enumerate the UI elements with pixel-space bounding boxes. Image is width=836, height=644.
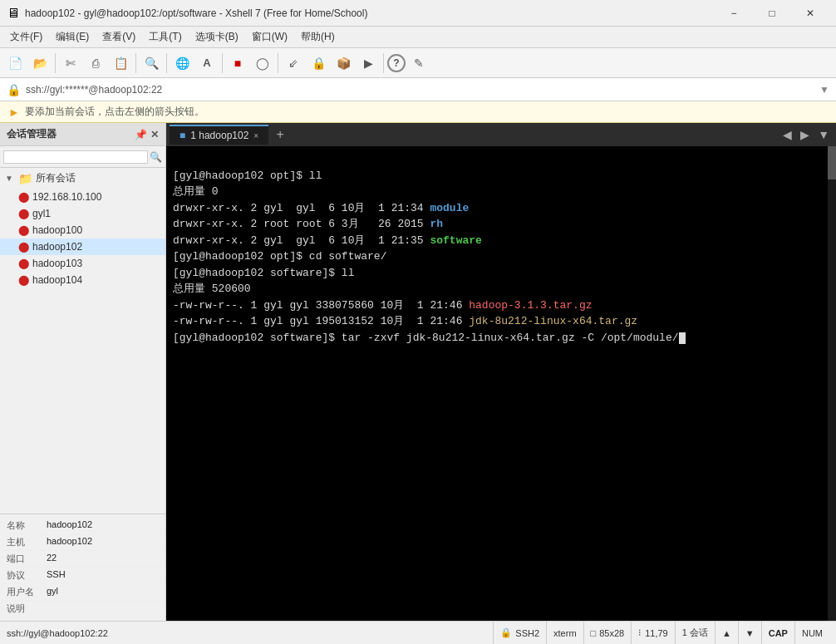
- ls-perm-rh: drwxr-xr-x. 2 root root 6 3月 26 2015: [173, 218, 430, 230]
- new-tab-button[interactable]: +: [270, 125, 290, 145]
- conn-icon: ⬤: [18, 191, 29, 203]
- info-val-username: gyl: [47, 586, 58, 598]
- pos-label: 11,79: [645, 628, 668, 638]
- status-cap: CAP: [761, 622, 794, 645]
- terminal-content: [gyl@hadoop102 opt]$ ll 总用量 0 drwxr-xr-x…: [166, 146, 836, 367]
- menu-item-选项卡b[interactable]: 选项卡(B): [189, 28, 245, 46]
- session-info-panel: 名称 hadoop102 主机 hadoop102 端口 22 协议 SSH 用…: [0, 514, 165, 621]
- menu-item-窗口w[interactable]: 窗口(W): [245, 28, 294, 46]
- info-row-note: 说明: [0, 601, 165, 617]
- sidebar-item-hadoop100[interactable]: ⬤ hadoop100: [0, 222, 165, 238]
- copy-button[interactable]: ⎙: [84, 52, 107, 75]
- info-val-port: 22: [47, 553, 57, 565]
- ls-perm-hadoop: -rw-rw-r--. 1 gyl gyl 338075860 10月 1 21…: [173, 299, 469, 312]
- info-text: 要添加当前会话，点击左侧的箭头按钮。: [25, 105, 204, 119]
- sidebar-search-container: 🔍: [0, 146, 165, 168]
- open-button[interactable]: 📂: [28, 52, 52, 75]
- ls-perm-module: drwxr-xr-x. 2 gyl gyl 6 10月 1 21:34: [173, 202, 430, 214]
- script-button[interactable]: ▶: [357, 52, 380, 75]
- info-row-host: 主机 hadoop102: [0, 534, 165, 551]
- ls-name-module: module: [430, 202, 469, 214]
- prompt-2: [gyl@hadoop102 opt]$: [173, 250, 309, 263]
- tab-menu-button[interactable]: ▼: [814, 128, 833, 141]
- lock-icon: 🔒: [7, 83, 21, 96]
- sidebar-close-button[interactable]: ✕: [150, 129, 159, 140]
- sidebar-item-hadoop102[interactable]: ⬤ hadoop102: [0, 238, 165, 255]
- sidebar-item-gyl1[interactable]: ⬤ gyl1: [0, 205, 165, 222]
- paste-button[interactable]: 📋: [109, 52, 132, 75]
- status-term: xterm: [546, 622, 583, 645]
- search-button[interactable]: 🔍: [140, 52, 163, 75]
- sidebar-item-hadoop104[interactable]: ⬤ hadoop104: [0, 272, 165, 288]
- tab-nav: ◀ ▶ ▼: [779, 128, 833, 141]
- sidebar: 会话管理器 📌 ✕ 🔍 ▼ 📁 所有会话 ⬤ 192.168.10.100 ⬤: [0, 123, 166, 621]
- transfer-button[interactable]: 📦: [332, 52, 355, 75]
- ssh-label: SSH2: [515, 628, 539, 638]
- tree-root-all-sessions[interactable]: ▼ 📁 所有会话: [0, 168, 165, 189]
- conn-icon: ⬤: [18, 224, 29, 236]
- sidebar-header: 会话管理器 📌 ✕: [0, 123, 165, 146]
- scrollbar-thumb[interactable]: [828, 146, 836, 179]
- sidebar-item-192-168-10-100[interactable]: ⬤ 192.168.10.100: [0, 189, 165, 205]
- menu-bar: 文件(F)编辑(E)查看(V)工具(T)选项卡(B)窗口(W)帮助(H): [0, 27, 836, 48]
- conn-icon: ⬤: [18, 258, 29, 269]
- tab-prev-button[interactable]: ◀: [779, 128, 795, 141]
- font-button[interactable]: A: [195, 52, 219, 75]
- extra-button[interactable]: ✎: [407, 52, 430, 75]
- menu-item-查看v[interactable]: 查看(V): [96, 28, 142, 46]
- fullscreen-button[interactable]: ⇙: [282, 52, 305, 75]
- info-row-name: 名称 hadoop102: [0, 518, 165, 534]
- window-title: hadoop102 - gyl@hadoop102:/opt/software …: [25, 7, 715, 19]
- sidebar-title: 会话管理器: [7, 127, 57, 141]
- info-val-host: hadoop102: [47, 536, 92, 548]
- ls-name-software: software: [430, 234, 481, 247]
- new-session-button[interactable]: 📄: [3, 52, 27, 75]
- address-dropdown-icon[interactable]: ▼: [819, 84, 829, 96]
- info-val-name: hadoop102: [47, 519, 92, 532]
- menu-item-编辑e[interactable]: 编辑(E): [49, 28, 96, 46]
- tab-next-button[interactable]: ▶: [797, 128, 813, 141]
- terminal-area: ■ 1 hadoop102 × + ◀ ▶ ▼ [gyl@hadoop102 o…: [166, 123, 836, 621]
- sessions-label: 1 会话: [682, 627, 708, 639]
- toolbar-separator4: [222, 53, 223, 73]
- toolbar-separator: [55, 53, 56, 73]
- cmd-1: ll: [309, 170, 322, 182]
- prompt-3: [gyl@hadoop102 software]$: [173, 267, 342, 279]
- terminal-tab-hadoop102[interactable]: ■ 1 hadoop102 ×: [170, 125, 268, 145]
- menu-item-文件f[interactable]: 文件(F): [3, 28, 49, 46]
- terminal-scroll[interactable]: [gyl@hadoop102 opt]$ ll 总用量 0 drwxr-xr-x…: [166, 146, 836, 621]
- address-bar: 🔒 ssh://gyl:******@hadoop102:22 ▼: [0, 78, 836, 101]
- sidebar-search-input[interactable]: [3, 150, 148, 164]
- app-icon: 🖥: [7, 6, 20, 21]
- menu-item-工具t[interactable]: 工具(T): [142, 28, 188, 46]
- tab-close-button[interactable]: ×: [253, 131, 258, 140]
- stop-button[interactable]: ■: [226, 52, 249, 75]
- maximize-button[interactable]: □: [753, 0, 791, 27]
- sidebar-item-hadoop103[interactable]: ⬤ hadoop103: [0, 255, 165, 272]
- help-button[interactable]: ?: [387, 54, 406, 72]
- address-text[interactable]: ssh://gyl:******@hadoop102:22: [26, 84, 814, 96]
- record-button[interactable]: ◯: [251, 52, 274, 75]
- status-num: NUM: [794, 622, 829, 645]
- scrollbar-track[interactable]: [828, 146, 836, 621]
- connect-button[interactable]: 🌐: [170, 52, 194, 75]
- status-scroll-down[interactable]: ▼: [738, 622, 761, 645]
- lock-button[interactable]: 🔒: [307, 52, 330, 75]
- minimize-button[interactable]: −: [715, 0, 753, 27]
- line-totalused-2: 总用量 520600: [173, 283, 251, 295]
- title-bar: 🖥 hadoop102 - gyl@hadoop102:/opt/softwar…: [0, 0, 836, 27]
- close-button[interactable]: ✕: [791, 0, 829, 27]
- info-key-name: 名称: [7, 519, 47, 532]
- toolbar: 📄 📂 ✄ ⎙ 📋 🔍 🌐 A ■ ◯ ⇙ 🔒 📦 ▶ ? ✎: [0, 48, 836, 78]
- cap-label: CAP: [769, 628, 788, 638]
- folder-icon: 📁: [18, 172, 32, 185]
- ssh-icon: 🔒: [500, 627, 512, 638]
- ls-perm-jdk: -rw-rw-r--. 1 gyl gyl 195013152 10月 1 21…: [173, 315, 469, 327]
- menu-item-帮助h[interactable]: 帮助(H): [294, 28, 342, 46]
- info-bar: ► 要添加当前会话，点击左侧的箭头按钮。: [0, 101, 836, 123]
- expand-icon: ▼: [5, 174, 15, 183]
- status-scroll-up[interactable]: ▲: [715, 622, 738, 645]
- cut-button[interactable]: ✄: [59, 52, 82, 75]
- sidebar-pin-button[interactable]: 📌: [135, 129, 147, 140]
- cmd-2: cd software/: [309, 250, 387, 263]
